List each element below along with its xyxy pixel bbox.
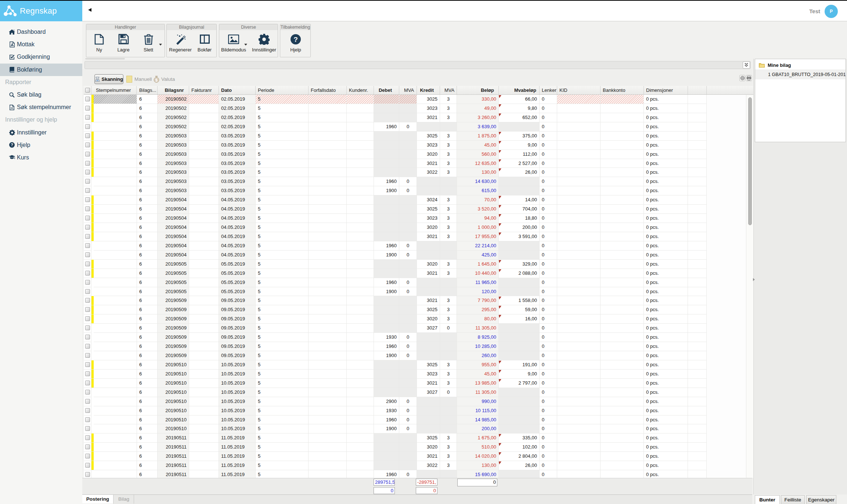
svg-text:?: ?: [11, 143, 13, 147]
svg-text:?: ?: [293, 35, 298, 43]
svg-text:$: $: [155, 78, 158, 82]
